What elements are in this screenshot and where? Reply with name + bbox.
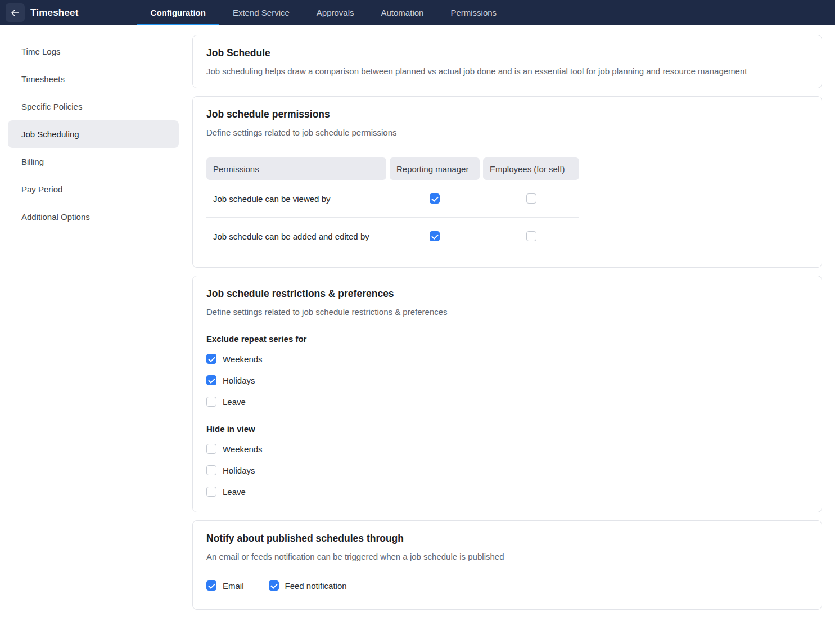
- sidebar-item-time-logs[interactable]: Time Logs: [8, 38, 179, 65]
- exclude-repeat-series-label: Exclude repeat series for: [206, 334, 808, 344]
- tab-automation[interactable]: Automation: [368, 0, 437, 25]
- exclude-repeat-series-group: Exclude repeat series for Weekends Holid…: [206, 334, 808, 407]
- notify-card-description: An email or feeds notification can be tr…: [206, 552, 808, 561]
- list-item: Holidays: [206, 375, 808, 385]
- sidebar: Time Logs Timesheets Specific Policies J…: [0, 25, 192, 644]
- list-item: Holidays: [206, 465, 808, 475]
- exclude-holidays-checkbox[interactable]: [206, 375, 216, 385]
- exclude-weekends-label: Weekends: [223, 354, 263, 364]
- exclude-leave-label: Leave: [223, 397, 246, 407]
- tab-permissions[interactable]: Permissions: [437, 0, 510, 25]
- tab-extend-service[interactable]: Extend Service: [219, 0, 303, 25]
- feed-notification-label: Feed notification: [285, 581, 347, 591]
- list-item: Weekends: [206, 354, 808, 364]
- edited-by-reporting-manager-checkbox[interactable]: [430, 231, 440, 241]
- back-arrow-icon: [10, 8, 20, 18]
- job-schedule-intro-card: Job Schedule Job scheduling helps draw a…: [192, 35, 822, 88]
- permissions-card-description: Define settings related to job schedule …: [206, 128, 808, 137]
- hide-weekends-label: Weekends: [223, 444, 263, 454]
- notify-options: Email Feed notification: [206, 580, 808, 597]
- list-item: Leave: [206, 487, 808, 497]
- exclude-leave-checkbox[interactable]: [206, 397, 216, 407]
- main-content: Job Schedule Job scheduling helps draw a…: [192, 25, 835, 644]
- sidebar-item-job-scheduling[interactable]: Job Scheduling: [8, 120, 179, 148]
- hide-holidays-label: Holidays: [223, 466, 255, 475]
- job-schedule-permissions-card: Job schedule permissions Define settings…: [192, 96, 822, 268]
- top-tabs: Configuration Extend Service Approvals A…: [137, 0, 511, 25]
- edited-by-employees-checkbox[interactable]: [526, 231, 536, 241]
- table-row: Job schedule can be added and edited by: [206, 218, 579, 255]
- hide-leave-label: Leave: [223, 487, 246, 497]
- sidebar-item-billing[interactable]: Billing: [8, 148, 179, 175]
- hide-in-view-group: Hide in view Weekends Holidays Leave: [206, 424, 808, 497]
- exclude-holidays-label: Holidays: [223, 376, 255, 385]
- back-button[interactable]: [6, 3, 25, 22]
- permissions-card-title: Job schedule permissions: [206, 109, 808, 120]
- column-header-employees-for-self: Employees (for self): [483, 157, 579, 180]
- notify-card: Notify about published schedules through…: [192, 520, 822, 610]
- tab-approvals[interactable]: Approvals: [303, 0, 368, 25]
- list-item: Feed notification: [269, 580, 347, 591]
- tab-configuration[interactable]: Configuration: [137, 0, 219, 25]
- list-item: Weekends: [206, 444, 808, 454]
- job-schedule-description: Job scheduling helps draw a comparison b…: [206, 66, 808, 76]
- table-row: Job schedule can be viewed by: [206, 180, 579, 218]
- list-item: Email: [206, 580, 244, 591]
- column-header-permissions: Permissions: [206, 157, 386, 180]
- restrictions-card-description: Define settings related to job schedule …: [206, 307, 808, 317]
- viewed-by-employees-checkbox[interactable]: [526, 193, 536, 204]
- permissions-table: Permissions Reporting manager Employees …: [206, 157, 579, 255]
- permission-row-label: Job schedule can be viewed by: [206, 194, 386, 204]
- feed-notification-checkbox[interactable]: [269, 580, 279, 591]
- sidebar-item-pay-period[interactable]: Pay Period: [8, 175, 179, 203]
- hide-weekends-checkbox[interactable]: [206, 444, 216, 454]
- email-label: Email: [223, 581, 244, 591]
- hide-leave-checkbox[interactable]: [206, 487, 216, 497]
- hide-in-view-label: Hide in view: [206, 424, 808, 434]
- list-item: Leave: [206, 397, 808, 407]
- permission-row-label: Job schedule can be added and edited by: [206, 232, 386, 241]
- hide-holidays-checkbox[interactable]: [206, 465, 216, 475]
- job-schedule-title: Job Schedule: [206, 47, 808, 59]
- viewed-by-reporting-manager-checkbox[interactable]: [430, 193, 440, 204]
- top-navigation-bar: Timesheet Configuration Extend Service A…: [0, 0, 835, 25]
- sidebar-item-timesheets[interactable]: Timesheets: [8, 65, 179, 93]
- restrictions-card-title: Job schedule restrictions & preferences: [206, 288, 808, 300]
- email-checkbox[interactable]: [206, 580, 216, 591]
- column-header-reporting-manager: Reporting manager: [390, 157, 480, 180]
- notify-card-title: Notify about published schedules through: [206, 533, 808, 544]
- permissions-table-header: Permissions Reporting manager Employees …: [206, 157, 579, 180]
- exclude-weekends-checkbox[interactable]: [206, 354, 216, 364]
- sidebar-item-specific-policies[interactable]: Specific Policies: [8, 93, 179, 120]
- restrictions-preferences-card: Job schedule restrictions & preferences …: [192, 276, 822, 512]
- sidebar-item-additional-options[interactable]: Additional Options: [8, 203, 179, 231]
- app-title: Timesheet: [30, 0, 79, 25]
